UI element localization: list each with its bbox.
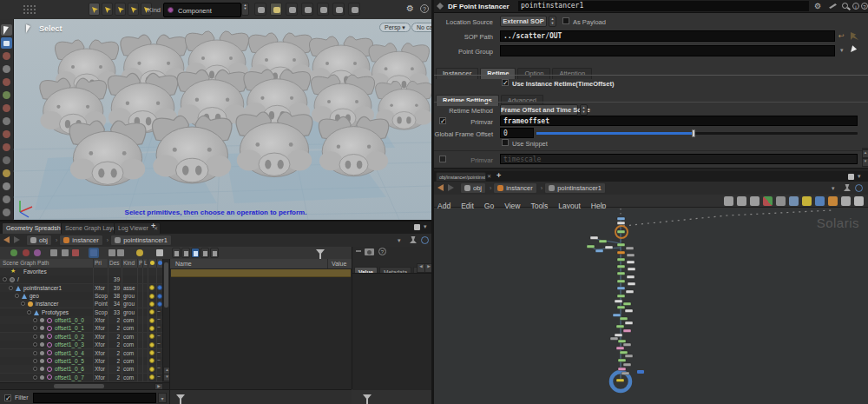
columns-view-icon[interactable] — [191, 248, 200, 258]
side-tab-value[interactable]: Value — [354, 267, 378, 273]
drag-handle[interactable] — [23, 4, 36, 15]
network-node[interactable] — [605, 246, 613, 249]
node-red-icon[interactable] — [21, 248, 31, 258]
pin-icon[interactable] — [844, 184, 851, 191]
secure-lock-icon[interactable] — [1, 37, 12, 49]
linked-globe-icon[interactable] — [421, 236, 429, 244]
network-node[interactable] — [616, 379, 624, 382]
link-select-icon[interactable] — [89, 248, 99, 258]
edit-icon[interactable] — [1, 76, 12, 88]
no-cam-selector[interactable]: No cam ▾ — [411, 23, 431, 32]
pane-menu-icon[interactable]: ▾ — [424, 223, 427, 230]
expand-caret[interactable] — [15, 294, 19, 298]
expand-caret[interactable] — [27, 310, 31, 315]
filter-dropdown-icon[interactable]: ▾ — [158, 393, 167, 403]
tab-retime[interactable]: Retime — [480, 68, 516, 79]
expand-caret[interactable] — [33, 342, 37, 347]
visible-badge[interactable] — [149, 318, 155, 323]
network-node[interactable] — [595, 249, 603, 253]
location-source-dropdown[interactable]: External SOP — [500, 16, 547, 27]
as-payload-checkbox[interactable] — [562, 17, 569, 24]
kind-stepper[interactable]: ▲▼ — [241, 3, 249, 16]
overlay-icon[interactable] — [815, 196, 825, 206]
sun-icon[interactable] — [135, 248, 145, 258]
visible-badge[interactable] — [149, 309, 155, 315]
reference-wire[interactable] — [623, 210, 832, 226]
box-pick-tool-icon[interactable] — [89, 3, 100, 16]
network-node[interactable] — [626, 290, 634, 294]
sop-path-pick-icon[interactable] — [851, 32, 858, 40]
color-grid-icon[interactable] — [763, 196, 773, 206]
network-node[interactable] — [617, 243, 625, 247]
side-tab-metadata[interactable]: Metadata — [379, 267, 411, 273]
wrench-icon[interactable] — [724, 196, 733, 206]
filter-checkbox[interactable]: ✓ — [4, 394, 11, 401]
pose-icon[interactable] — [1, 63, 12, 75]
network-node[interactable] — [587, 245, 595, 248]
network-node[interactable] — [628, 268, 635, 271]
expand-caret[interactable] — [33, 334, 37, 339]
history-forward-icon[interactable] — [448, 184, 454, 191]
network-node[interactable] — [617, 217, 625, 221]
network-node[interactable] — [599, 240, 607, 243]
measure-icon[interactable] — [1, 168, 12, 179]
sop-path-field[interactable]: ../scatter/OUT — [500, 30, 835, 42]
brush-mode-icon[interactable] — [301, 3, 313, 16]
kind-dropdown[interactable]: Component — [163, 3, 241, 17]
network-node[interactable] — [625, 354, 633, 358]
multi-snap-icon[interactable] — [348, 3, 360, 16]
side-help-icon[interactable]: ? — [378, 248, 386, 255]
note-icon[interactable] — [802, 196, 812, 206]
zoom-red-icon[interactable] — [70, 248, 81, 258]
pin-icon[interactable] — [410, 236, 417, 243]
camera-icon[interactable] — [365, 248, 374, 255]
network-node[interactable] — [625, 321, 633, 325]
node-purple-icon[interactable] — [32, 248, 43, 258]
network-node[interactable] — [590, 236, 598, 240]
grid-icon[interactable] — [776, 196, 786, 206]
visible-badge[interactable] — [149, 367, 155, 372]
point-group-pick-icon[interactable] — [851, 45, 858, 53]
tree-col-scene-graph-path[interactable]: Scene Graph Path — [3, 260, 49, 266]
breadcrumb-obj[interactable]: obj — [26, 235, 52, 246]
param-brush-icon[interactable] — [829, 3, 837, 9]
retime-method-stepper[interactable]: ▲▼ — [580, 104, 588, 116]
tree-row-offset1-0-7[interactable]: offset1_0_7Xfor2com~ — [0, 374, 162, 382]
network-new-tab-icon[interactable]: + — [496, 171, 501, 180]
snap-point-icon[interactable] — [1, 116, 12, 127]
expand-caret[interactable] — [33, 326, 37, 330]
table-view-icon[interactable] — [181, 248, 190, 258]
network-node[interactable] — [617, 251, 625, 255]
node-green-icon[interactable] — [9, 248, 19, 258]
paint-pick-tool-icon[interactable] — [128, 3, 139, 16]
network-node[interactable] — [615, 300, 622, 303]
param-scrollbar[interactable]: ▲ ▼ — [862, 148, 868, 167]
visible-badge[interactable] — [149, 334, 155, 339]
network-tab-close-icon[interactable]: ✕ — [487, 173, 491, 179]
light-icon[interactable] — [1, 181, 12, 192]
point-group-dropdown-icon[interactable]: ▾ — [840, 47, 844, 54]
image-icon[interactable] — [789, 196, 799, 206]
new-pane-tab-icon[interactable]: + — [151, 222, 155, 230]
network-node[interactable] — [617, 258, 625, 262]
lasso-pick-tool-icon[interactable] — [102, 3, 113, 16]
viewport-canvas[interactable] — [13, 19, 431, 220]
param-help-icon[interactable]: ? — [861, 3, 868, 10]
param-info-icon[interactable]: i — [852, 3, 859, 10]
tab-option[interactable]: Option — [517, 68, 550, 79]
sop-path-revert-icon[interactable]: ↩ — [838, 32, 845, 40]
snap-magnet-icon[interactable] — [1, 142, 12, 153]
breadcrumb-obj[interactable]: obj — [460, 182, 486, 194]
network-node[interactable] — [617, 295, 625, 298]
network-node[interactable] — [616, 325, 624, 328]
network-tab[interactable]: obj/instancer/pointinstancer1 — [436, 172, 486, 182]
history-back-icon[interactable] — [3, 236, 10, 243]
tree-hscrollbar[interactable]: ▶ — [0, 382, 169, 389]
breadcrumb-instancer[interactable]: instancer — [493, 182, 536, 194]
lasso-mode-icon[interactable] — [286, 3, 298, 16]
node-name-field[interactable]: pointinstancer1 — [518, 1, 809, 11]
location-source-stepper[interactable]: ▲▼ — [549, 16, 556, 27]
use-retime-checkbox[interactable]: ✓ — [502, 79, 509, 86]
snap-angle-icon[interactable] — [1, 155, 12, 166]
network-node[interactable] — [617, 265, 625, 268]
